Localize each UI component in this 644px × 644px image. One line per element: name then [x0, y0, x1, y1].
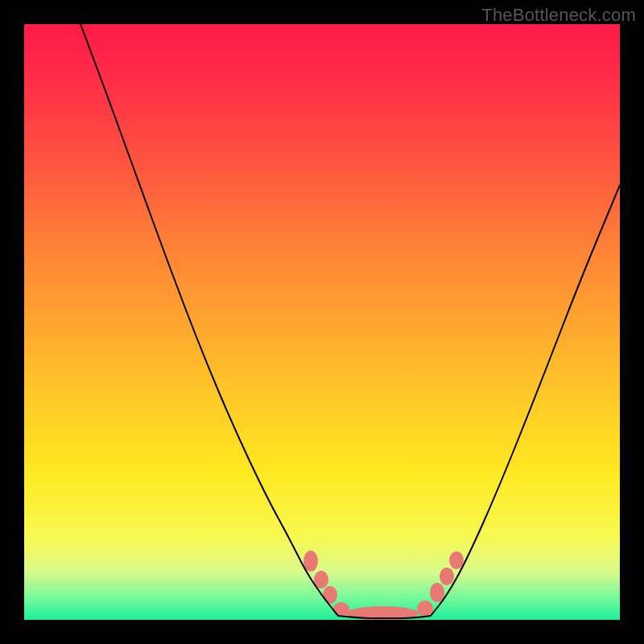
curve-marker	[323, 586, 337, 604]
curve-marker	[303, 551, 318, 572]
curve-markers	[303, 551, 464, 620]
curve-marker	[449, 551, 464, 569]
v-curve-line	[80, 24, 620, 618]
curve-marker	[430, 583, 444, 602]
curve-marker	[440, 568, 454, 585]
watermark-text: TheBottleneck.com	[481, 5, 636, 26]
bottleneck-curve-chart	[24, 24, 620, 620]
curve-marker	[417, 601, 433, 617]
